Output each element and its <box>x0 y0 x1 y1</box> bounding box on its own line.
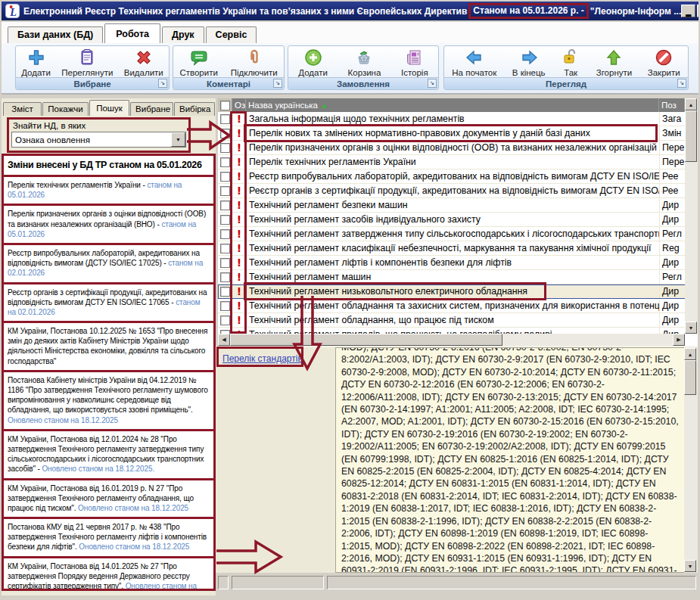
ribbon-button-3[interactable]: Закрити <box>645 48 683 77</box>
checkbox[interactable] <box>220 301 230 311</box>
checkbox[interactable] <box>220 244 230 253</box>
row-checkbox-cell[interactable] <box>218 284 232 298</box>
search-criteria-select[interactable]: Ознака оновлення ▼ <box>11 132 186 148</box>
ribbon-button-2[interactable]: Історія <box>398 48 431 77</box>
row-name-cell[interactable]: Технічний регламент обладнання та захисн… <box>246 299 659 312</box>
checkbox[interactable] <box>220 287 230 297</box>
sidebar-tab-2[interactable]: Пошук <box>89 100 129 116</box>
dialog-launcher-icon[interactable]: ↘ <box>677 79 686 88</box>
checkbox[interactable] <box>220 201 230 210</box>
ribbon-button-3[interactable]: На початок <box>449 48 499 77</box>
table-vertical-scrollbar[interactable]: ▲ ▼ <box>685 98 698 334</box>
table-row[interactable]: !Технічний регламент затвердження типу с… <box>218 227 698 241</box>
checkbox[interactable] <box>220 129 230 138</box>
column-header-oz[interactable]: Оз <box>232 98 246 112</box>
checkbox[interactable] <box>220 172 230 182</box>
menu-tab-2[interactable]: Друк <box>162 26 204 43</box>
panel-vertical-scrollbar[interactable]: ▲ ▼ <box>684 347 697 573</box>
row-checkbox-cell[interactable] <box>218 299 232 312</box>
sidebar-tab-0[interactable]: Зміст <box>3 102 42 116</box>
sidebar-tab-3[interactable]: Вибране <box>130 102 173 116</box>
row-name-cell[interactable]: Технічний регламент затвердження типу сі… <box>246 227 659 241</box>
scrollbar-thumb[interactable] <box>684 360 696 395</box>
row-name-cell[interactable]: Перелік призначених органів з оцінки від… <box>246 141 659 154</box>
standards-text-area[interactable]: MOD); ДСТУ EN 60730-2-8:2016 (EN 60730-2… <box>335 347 685 573</box>
row-checkbox-cell[interactable] <box>218 227 232 241</box>
row-checkbox-cell[interactable] <box>218 313 232 327</box>
scroll-down-icon[interactable]: ▼ <box>684 560 696 572</box>
row-name-cell[interactable]: Технічний регламент обладнання, що працю… <box>246 313 659 327</box>
table-row[interactable]: !Перелік технічних регламентів УкраїниПе… <box>218 155 698 169</box>
row-name-cell[interactable]: Технічний регламент приладів, що працюют… <box>246 328 659 334</box>
row-name-cell[interactable]: Перелік нових та змінених нормативно-пра… <box>246 126 659 140</box>
ribbon-button-1[interactable]: Підключити <box>228 48 281 77</box>
dialog-launcher-icon[interactable]: ↘ <box>273 79 282 88</box>
ribbon-button-3[interactable]: В кінець <box>509 48 549 77</box>
ribbon-button-0[interactable]: Видалити <box>121 48 166 77</box>
row-checkbox-cell[interactable] <box>218 184 232 197</box>
table-row[interactable]: !Реєстр випробувальних лабораторій, акре… <box>218 169 698 184</box>
checkbox[interactable] <box>220 215 230 225</box>
row-checkbox-cell[interactable] <box>218 112 232 126</box>
row-name-cell[interactable]: Технічний регламент безпеки машин <box>246 198 659 212</box>
table-row[interactable]: !Загальна інформація щодо технічних регл… <box>218 112 698 126</box>
table-row[interactable]: !Технічний регламент засобів індивідуаль… <box>218 213 698 227</box>
row-name-cell[interactable]: Технічний регламент машин <box>246 270 659 284</box>
ribbon-button-3[interactable]: Згорнути <box>593 48 635 77</box>
row-checkbox-cell[interactable] <box>218 270 232 284</box>
scroll-up-icon[interactable]: ▲ <box>684 348 696 360</box>
row-checkbox-cell[interactable] <box>218 328 232 334</box>
checkbox[interactable] <box>220 272 230 282</box>
scroll-down-icon[interactable]: ▼ <box>685 322 697 334</box>
row-checkbox-cell[interactable] <box>218 241 232 255</box>
dialog-launcher-icon[interactable]: ↘ <box>158 79 167 88</box>
table-row[interactable]: !Технічний регламент безпеки машинДир <box>218 198 698 213</box>
row-checkbox-cell[interactable] <box>218 198 232 212</box>
scrollbar-thumb[interactable] <box>230 334 502 346</box>
menu-tab-3[interactable]: Сервіс <box>206 26 257 43</box>
menu-tab-0[interactable]: Бази даних (БД) <box>8 26 103 43</box>
table-row[interactable]: !Перелік призначених органів з оцінки ві… <box>218 141 698 155</box>
row-name-cell[interactable]: Технічний регламент низьковольтного елек… <box>246 284 659 298</box>
row-name-cell[interactable]: Реєстр органів з сертифікації продукції,… <box>246 184 659 197</box>
table-row[interactable]: !Технічний регламент обладнання, що прац… <box>218 313 698 328</box>
dialog-launcher-icon[interactable]: ↘ <box>428 79 437 88</box>
row-checkbox-cell[interactable] <box>218 169 232 183</box>
update-date-link[interactable]: Оновлено станом на 18.12.2025 <box>79 542 189 551</box>
sidebar-tab-4[interactable]: Вибірка <box>174 102 215 116</box>
table-row[interactable]: !Реєстр органів з сертифікації продукції… <box>218 184 698 198</box>
ribbon-button-0[interactable]: Переглянути <box>58 48 116 77</box>
checkbox[interactable] <box>220 157 230 167</box>
row-checkbox-cell[interactable] <box>218 155 232 169</box>
scrollbar-thumb[interactable] <box>685 110 697 162</box>
table-row[interactable]: !Перелік нових та змінених нормативно-пр… <box>218 126 698 141</box>
ribbon-button-2[interactable]: Корзина <box>345 48 384 77</box>
row-name-cell[interactable]: Реєстр випробувальних лабораторій, акред… <box>246 169 659 183</box>
checkbox[interactable] <box>220 114 230 124</box>
table-horizontal-scrollbar[interactable]: ◀ ▶ <box>218 334 685 346</box>
row-name-cell[interactable]: Перелік технічних регламентів України <box>246 155 659 169</box>
table-row[interactable]: !Технічний регламент класифікації небезп… <box>218 241 698 256</box>
select-all-cell[interactable] <box>218 98 232 112</box>
row-name-cell[interactable]: Загальна інформація щодо технічних регла… <box>246 112 659 126</box>
row-checkbox-cell[interactable] <box>218 213 232 226</box>
ribbon-button-0[interactable]: Додати <box>18 48 54 77</box>
row-checkbox-cell[interactable] <box>218 256 232 269</box>
table-row[interactable]: !Технічний регламент машинРегл <box>218 270 698 284</box>
standards-list-link[interactable]: Перелік стандартів <box>222 353 303 364</box>
row-name-cell[interactable]: Технічний регламент класифікації небезпе… <box>246 241 659 255</box>
checkbox[interactable] <box>220 101 230 110</box>
row-checkbox-cell[interactable] <box>218 141 232 154</box>
table-row[interactable]: !Технічний регламент обладнання та захис… <box>218 299 698 313</box>
scroll-up-icon[interactable]: ▲ <box>685 98 697 110</box>
update-date-link[interactable]: Оновлено станом на 18.12.2025 <box>78 504 188 512</box>
sidebar-tab-1[interactable]: Покажчи <box>42 102 89 116</box>
ribbon-button-3[interactable]: Так <box>558 48 583 77</box>
column-header-name[interactable]: Назва українська ▲ <box>246 98 659 112</box>
table-row[interactable]: !Технічний регламент приладів, що працюю… <box>218 328 698 334</box>
minimize-icon[interactable]: ▂ <box>681 5 695 17</box>
chevron-down-icon[interactable]: ▼ <box>171 132 185 147</box>
scroll-left-icon[interactable]: ◀ <box>218 334 230 346</box>
row-name-cell[interactable]: Технічний регламент засобів індивідуальн… <box>246 213 659 226</box>
checkbox[interactable] <box>220 186 230 196</box>
